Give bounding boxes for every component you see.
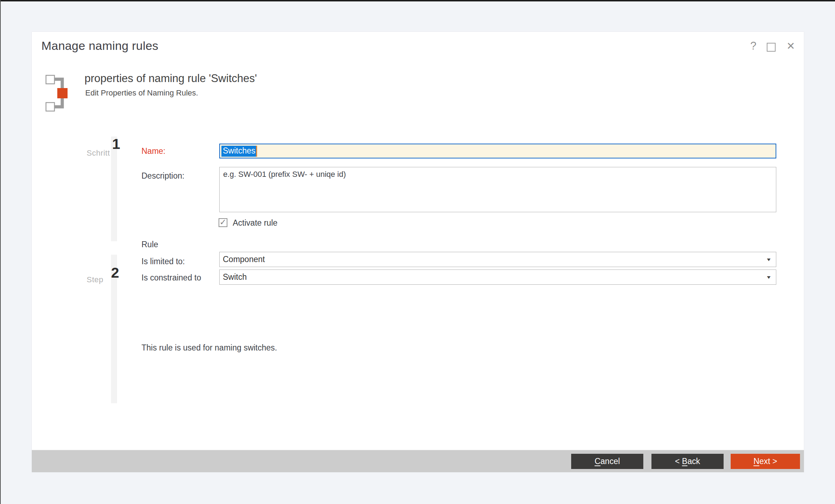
screen-top-edge	[0, 0, 835, 1]
naming-rule-wizard-icon	[45, 74, 69, 112]
text-caret	[256, 146, 257, 157]
step2-label: Step	[87, 275, 103, 284]
name-field-label: Name:	[141, 146, 166, 156]
activate-rule-label: Activate rule	[233, 218, 278, 228]
rule-section-label: Rule	[141, 240, 158, 249]
description-text: e.g. SW-001 (prefix SW- + uniqe id)	[223, 170, 346, 179]
maximize-icon[interactable]	[767, 43, 776, 52]
step1-number: 1	[112, 136, 120, 152]
page-title: properties of naming rule 'Switches'	[85, 72, 257, 85]
is-limited-to-value: Component	[223, 255, 265, 264]
desktop-background: { "window": { "title": "Manage naming ru…	[0, 0, 835, 504]
dialog-title: Manage naming rules	[41, 39, 158, 53]
is-constrained-to-label: Is constrained to	[141, 273, 201, 283]
checkmark-icon: ✓	[220, 218, 226, 226]
close-icon[interactable]: ✕	[784, 40, 797, 52]
page-subtitle: Edit Properties of Naming Rules.	[85, 88, 198, 98]
rule-usage-note: This rule is used for naming switches.	[141, 343, 277, 353]
step1-label: Schritt	[87, 149, 110, 158]
screen-left-edge	[0, 0, 1, 504]
chevron-down-icon: ▼	[766, 257, 772, 262]
is-limited-to-label: Is limited to:	[141, 257, 185, 266]
step2-number: 2	[111, 265, 119, 281]
description-field-label: Description:	[141, 171, 184, 181]
is-constrained-to-dropdown[interactable]: Switch ▼	[219, 270, 776, 285]
description-textarea[interactable]: e.g. SW-001 (prefix SW- + uniqe id)	[219, 167, 776, 212]
cancel-button[interactable]: Cancel	[571, 454, 643, 469]
footer-bar: Cancel < Back Next >	[32, 450, 804, 472]
help-icon[interactable]: ?	[747, 40, 760, 52]
manage-naming-rules-dialog: Manage naming rules ? ✕ properties of na…	[32, 32, 804, 472]
chevron-down-icon: ▼	[766, 274, 772, 279]
back-button[interactable]: < Back	[651, 454, 724, 469]
is-limited-to-dropdown[interactable]: Component ▼	[219, 252, 776, 267]
name-input-selected-text: Switches	[221, 146, 256, 157]
name-input[interactable]: Switches	[219, 144, 776, 158]
activate-rule-checkbox[interactable]: ✓	[219, 218, 227, 227]
is-constrained-to-value: Switch	[223, 272, 247, 282]
next-button[interactable]: Next >	[731, 454, 800, 469]
